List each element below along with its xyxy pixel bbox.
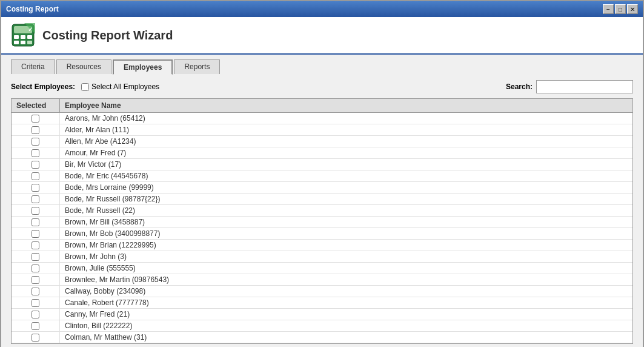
row-checkbox[interactable] bbox=[32, 115, 39, 123]
table-cell-checkbox bbox=[12, 251, 60, 262]
row-checkbox[interactable] bbox=[32, 288, 39, 295]
svg-rect-7 bbox=[27, 41, 32, 44]
row-checkbox[interactable] bbox=[32, 253, 39, 261]
table-row: Clinton, Bill (222222) bbox=[12, 320, 632, 332]
table-cell-checkbox bbox=[12, 332, 60, 343]
row-checkbox[interactable] bbox=[32, 230, 39, 238]
table-cell-checkbox bbox=[12, 297, 60, 308]
tab-resources[interactable]: Resources bbox=[56, 59, 111, 74]
row-checkbox[interactable] bbox=[32, 218, 39, 226]
table-cell-name: Bode, Mr Russell (22) bbox=[60, 205, 632, 216]
table-cell-name: Aarons, Mr John (65412) bbox=[60, 113, 632, 124]
row-checkbox[interactable] bbox=[32, 334, 39, 342]
minimize-button[interactable]: − bbox=[603, 4, 614, 14]
svg-rect-5 bbox=[14, 41, 19, 44]
content-area: ✓ Costing Report Wizard Criteria Resourc… bbox=[1, 17, 643, 347]
table-row: Bode, Mr Eric (44545678) bbox=[12, 170, 632, 182]
search-input[interactable] bbox=[536, 80, 633, 93]
main-window: Costing Report − □ ✕ ✓ Cos bbox=[0, 0, 644, 347]
table-cell-name: Brown, Mr Bill (3458887) bbox=[60, 217, 632, 227]
col-header-selected: Selected bbox=[12, 99, 60, 112]
row-checkbox[interactable] bbox=[32, 149, 39, 157]
table-row: Brownlee, Mr Martin (09876543) bbox=[12, 274, 632, 286]
wizard-icon: ✓ bbox=[11, 23, 35, 47]
table-row: Amour, Mr Fred (7) bbox=[12, 147, 632, 159]
table-row: Canale, Robert (7777778) bbox=[12, 297, 632, 309]
table-cell-name: Bode, Mrs Lorraine (99999) bbox=[60, 182, 632, 193]
table-row: Aarons, Mr John (65412) bbox=[12, 113, 632, 124]
row-checkbox[interactable] bbox=[32, 184, 39, 192]
table-cell-name: Bir, Mr Victor (17) bbox=[60, 159, 632, 170]
table-row: Bode, Mr Russell (98787{22}) bbox=[12, 194, 632, 205]
table-row: Brown, Julie (555555) bbox=[12, 263, 632, 274]
svg-rect-4 bbox=[27, 35, 32, 39]
table-cell-checkbox bbox=[12, 228, 60, 239]
svg-rect-3 bbox=[21, 35, 25, 39]
main-panel: Select Employees: Select All Employees S… bbox=[1, 74, 643, 347]
svg-rect-2 bbox=[14, 35, 19, 39]
table-row: Brown, Mr Brian (12229995) bbox=[12, 240, 632, 251]
employee-table: Selected Employee Name Aarons, Mr John (… bbox=[11, 98, 633, 344]
table-cell-checkbox bbox=[12, 136, 60, 147]
table-cell-name: Allen, Mr Abe (A1234) bbox=[60, 136, 632, 147]
table-cell-checkbox bbox=[12, 124, 60, 135]
table-cell-checkbox bbox=[12, 263, 60, 274]
table-cell-name: Brown, Mr Bob (3400998877) bbox=[60, 228, 632, 239]
table-cell-name: Alder, Mr Alan (111) bbox=[60, 124, 632, 135]
row-checkbox[interactable] bbox=[32, 161, 39, 169]
table-header: Selected Employee Name bbox=[12, 99, 632, 113]
tab-reports[interactable]: Reports bbox=[174, 59, 220, 74]
maximize-button[interactable]: □ bbox=[615, 4, 626, 14]
table-row: Bir, Mr Victor (17) bbox=[12, 159, 632, 170]
table-cell-name: Callway, Bobby (234098) bbox=[60, 286, 632, 297]
tabs-area: Criteria Resources Employees Reports bbox=[1, 55, 643, 74]
row-checkbox[interactable] bbox=[32, 322, 39, 330]
select-employees-row: Select Employees: Select All Employees S… bbox=[11, 80, 633, 93]
select-all-label[interactable]: Select All Employees bbox=[81, 83, 159, 91]
tab-employees[interactable]: Employees bbox=[113, 59, 173, 75]
window-close-button[interactable]: ✕ bbox=[627, 4, 638, 14]
wizard-title: Costing Report Wizard bbox=[42, 29, 173, 42]
table-row: Colman, Mr Matthew (31) bbox=[12, 332, 632, 343]
table-cell-name: Brownlee, Mr Martin (09876543) bbox=[60, 274, 632, 285]
svg-text:✓: ✓ bbox=[28, 26, 33, 33]
select-employees-left: Select Employees: Select All Employees bbox=[11, 83, 159, 91]
table-cell-name: Colman, Mr Matthew (31) bbox=[60, 332, 632, 343]
table-cell-checkbox bbox=[12, 194, 60, 204]
table-row: Allen, Mr Abe (A1234) bbox=[12, 136, 632, 147]
table-cell-checkbox bbox=[12, 205, 60, 216]
table-cell-name: Bode, Mr Russell (98787{22}) bbox=[60, 194, 632, 204]
wizard-header: ✓ Costing Report Wizard bbox=[1, 17, 643, 55]
row-checkbox[interactable] bbox=[32, 264, 39, 272]
row-checkbox[interactable] bbox=[32, 276, 39, 284]
table-cell-checkbox bbox=[12, 182, 60, 193]
table-cell-checkbox bbox=[12, 159, 60, 170]
window-title: Costing Report bbox=[6, 5, 59, 13]
row-checkbox[interactable] bbox=[32, 172, 39, 180]
row-checkbox[interactable] bbox=[32, 195, 39, 203]
row-checkbox[interactable] bbox=[32, 241, 39, 249]
table-cell-name: Brown, Mr Brian (12229995) bbox=[60, 240, 632, 251]
table-row: Brown, Mr John (3) bbox=[12, 251, 632, 263]
table-row: Bode, Mr Russell (22) bbox=[12, 205, 632, 217]
row-checkbox[interactable] bbox=[32, 207, 39, 215]
table-row: Brown, Mr Bill (3458887) bbox=[12, 217, 632, 228]
row-checkbox[interactable] bbox=[32, 299, 39, 307]
title-bar: Costing Report − □ ✕ bbox=[1, 1, 643, 17]
col-header-name: Employee Name bbox=[60, 99, 632, 112]
tab-criteria[interactable]: Criteria bbox=[11, 59, 55, 74]
row-checkbox[interactable] bbox=[32, 138, 39, 146]
row-checkbox[interactable] bbox=[32, 126, 39, 134]
table-cell-name: Brown, Mr John (3) bbox=[60, 251, 632, 262]
search-area: Search: bbox=[506, 80, 633, 93]
table-cell-checkbox bbox=[12, 217, 60, 227]
table-cell-checkbox bbox=[12, 113, 60, 124]
select-all-checkbox[interactable] bbox=[81, 83, 89, 91]
table-body: Aarons, Mr John (65412)Alder, Mr Alan (1… bbox=[12, 113, 632, 343]
table-row: Canny, Mr Fred (21) bbox=[12, 309, 632, 320]
select-employees-label: Select Employees: bbox=[11, 83, 75, 91]
table-cell-name: Amour, Mr Fred (7) bbox=[60, 147, 632, 158]
search-label: Search: bbox=[506, 83, 533, 91]
title-bar-controls: − □ ✕ bbox=[603, 4, 638, 14]
row-checkbox[interactable] bbox=[32, 311, 39, 318]
